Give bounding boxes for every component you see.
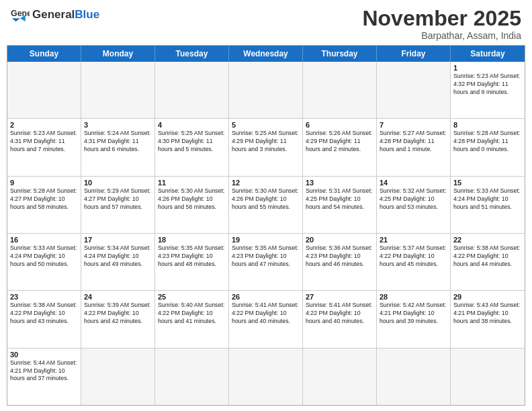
col-header-friday: Friday: [377, 46, 451, 62]
day-number: 15: [453, 179, 522, 187]
cell-info: Sunrise: 5:28 AM Sunset: 4:28 PM Dayligh…: [453, 130, 522, 154]
cell-info: Sunrise: 5:24 AM Sunset: 4:31 PM Dayligh…: [84, 130, 152, 154]
calendar-cell: 28Sunrise: 5:42 AM Sunset: 4:21 PM Dayli…: [377, 291, 451, 347]
day-number: 29: [453, 293, 522, 301]
calendar-cell: [155, 349, 229, 405]
day-number: 11: [158, 179, 226, 187]
column-headers: SundayMondayTuesdayWednesdayThursdayFrid…: [7, 46, 525, 62]
calendar-cell: [303, 349, 377, 405]
calendar-row: 30Sunrise: 5:44 AM Sunset: 4:21 PM Dayli…: [7, 349, 525, 405]
logo-general: General: [32, 8, 75, 21]
day-number: 30: [10, 351, 78, 359]
day-number: 16: [10, 236, 78, 244]
cell-info: Sunrise: 5:33 AM Sunset: 4:24 PM Dayligh…: [453, 187, 522, 212]
col-header-saturday: Saturday: [451, 46, 525, 62]
day-number: 5: [232, 121, 300, 129]
day-number: 7: [380, 121, 447, 129]
day-number: 18: [158, 236, 226, 244]
calendar-cell: [451, 349, 525, 405]
calendar-cell: [81, 62, 155, 118]
day-number: 21: [380, 236, 447, 244]
calendar-cell: 18Sunrise: 5:35 AM Sunset: 4:23 PM Dayli…: [155, 234, 229, 290]
location: Barpathar, Assam, India: [362, 30, 521, 41]
day-number: 24: [84, 293, 152, 301]
cell-info: Sunrise: 5:44 AM Sunset: 4:21 PM Dayligh…: [10, 359, 78, 383]
day-number: 27: [306, 293, 373, 301]
header: General GeneralBlue November 2025 Barpat…: [0, 0, 532, 45]
cell-info: Sunrise: 5:41 AM Sunset: 4:22 PM Dayligh…: [232, 302, 300, 326]
cell-info: Sunrise: 5:39 AM Sunset: 4:22 PM Dayligh…: [84, 302, 152, 326]
calendar-row: 9Sunrise: 5:28 AM Sunset: 4:27 PM Daylig…: [7, 177, 525, 234]
day-number: 2: [10, 121, 78, 129]
calendar-cell: 19Sunrise: 5:35 AM Sunset: 4:23 PM Dayli…: [229, 234, 303, 290]
cell-info: Sunrise: 5:36 AM Sunset: 4:23 PM Dayligh…: [306, 244, 373, 269]
calendar-cell: 7Sunrise: 5:27 AM Sunset: 4:28 PM Daylig…: [377, 119, 451, 175]
generalblue-logo-icon: General: [11, 7, 30, 21]
calendar-cell: 21Sunrise: 5:37 AM Sunset: 4:22 PM Dayli…: [377, 234, 451, 290]
day-number: 10: [84, 179, 152, 187]
day-number: 14: [380, 179, 447, 187]
cell-info: Sunrise: 5:35 AM Sunset: 4:23 PM Dayligh…: [158, 244, 226, 269]
month-title: November 2025: [362, 7, 521, 30]
calendar-cell: [155, 62, 229, 118]
calendar-cell: 30Sunrise: 5:44 AM Sunset: 4:21 PM Dayli…: [7, 349, 81, 405]
calendar-cell: 25Sunrise: 5:40 AM Sunset: 4:22 PM Dayli…: [155, 291, 229, 347]
col-header-sunday: Sunday: [7, 46, 81, 62]
title-block: November 2025 Barpathar, Assam, India: [362, 7, 521, 41]
day-number: 3: [84, 121, 152, 129]
calendar-cell: [377, 62, 451, 118]
calendar-cell: 16Sunrise: 5:33 AM Sunset: 4:24 PM Dayli…: [7, 234, 81, 290]
day-number: 25: [158, 293, 226, 301]
cell-info: Sunrise: 5:40 AM Sunset: 4:22 PM Dayligh…: [158, 302, 226, 326]
cell-info: Sunrise: 5:37 AM Sunset: 4:22 PM Dayligh…: [380, 244, 447, 269]
page: General GeneralBlue November 2025 Barpat…: [0, 0, 532, 411]
cell-info: Sunrise: 5:35 AM Sunset: 4:23 PM Dayligh…: [232, 244, 300, 269]
calendar-cell: 11Sunrise: 5:30 AM Sunset: 4:26 PM Dayli…: [155, 177, 229, 233]
calendar-cell: 27Sunrise: 5:41 AM Sunset: 4:22 PM Dayli…: [303, 291, 377, 347]
calendar-cell: 17Sunrise: 5:34 AM Sunset: 4:24 PM Dayli…: [81, 234, 155, 290]
cell-info: Sunrise: 5:30 AM Sunset: 4:26 PM Dayligh…: [158, 187, 226, 212]
calendar-row: 1Sunrise: 5:23 AM Sunset: 4:32 PM Daylig…: [7, 62, 525, 119]
day-number: 23: [10, 293, 78, 301]
calendar-cell: 20Sunrise: 5:36 AM Sunset: 4:23 PM Dayli…: [303, 234, 377, 290]
calendar-cell: 6Sunrise: 5:26 AM Sunset: 4:29 PM Daylig…: [303, 119, 377, 175]
cell-info: Sunrise: 5:23 AM Sunset: 4:32 PM Dayligh…: [453, 73, 522, 97]
calendar-cell: [7, 62, 81, 118]
cell-info: Sunrise: 5:29 AM Sunset: 4:27 PM Dayligh…: [84, 187, 152, 212]
day-number: 13: [306, 179, 373, 187]
day-number: 8: [453, 121, 522, 129]
cell-info: Sunrise: 5:38 AM Sunset: 4:22 PM Dayligh…: [10, 302, 78, 326]
calendar-cell: 4Sunrise: 5:25 AM Sunset: 4:30 PM Daylig…: [155, 119, 229, 175]
col-header-tuesday: Tuesday: [155, 46, 229, 62]
cell-info: Sunrise: 5:42 AM Sunset: 4:21 PM Dayligh…: [380, 302, 447, 326]
logo: General GeneralBlue: [11, 7, 99, 21]
calendar-cell: [229, 349, 303, 405]
calendar-cell: 1Sunrise: 5:23 AM Sunset: 4:32 PM Daylig…: [451, 62, 525, 118]
day-number: 4: [158, 121, 226, 129]
cell-info: Sunrise: 5:43 AM Sunset: 4:21 PM Dayligh…: [453, 302, 522, 326]
cell-info: Sunrise: 5:38 AM Sunset: 4:22 PM Dayligh…: [453, 244, 522, 269]
cell-info: Sunrise: 5:23 AM Sunset: 4:31 PM Dayligh…: [10, 130, 78, 154]
calendar-cell: 9Sunrise: 5:28 AM Sunset: 4:27 PM Daylig…: [7, 177, 81, 233]
svg-marker-1: [12, 18, 20, 21]
calendar-cell: 15Sunrise: 5:33 AM Sunset: 4:24 PM Dayli…: [451, 177, 525, 233]
calendar-cell: [303, 62, 377, 118]
calendar-cell: 8Sunrise: 5:28 AM Sunset: 4:28 PM Daylig…: [451, 119, 525, 175]
calendar-row: 23Sunrise: 5:38 AM Sunset: 4:22 PM Dayli…: [7, 291, 525, 348]
cell-info: Sunrise: 5:31 AM Sunset: 4:25 PM Dayligh…: [306, 187, 373, 212]
cell-info: Sunrise: 5:27 AM Sunset: 4:28 PM Dayligh…: [380, 130, 447, 154]
day-number: 26: [232, 293, 300, 301]
cell-info: Sunrise: 5:25 AM Sunset: 4:29 PM Dayligh…: [232, 130, 300, 154]
calendar-cell: 5Sunrise: 5:25 AM Sunset: 4:29 PM Daylig…: [229, 119, 303, 175]
cell-info: Sunrise: 5:33 AM Sunset: 4:24 PM Dayligh…: [10, 244, 78, 269]
cell-info: Sunrise: 5:30 AM Sunset: 4:26 PM Dayligh…: [232, 187, 300, 212]
calendar-cell: 3Sunrise: 5:24 AM Sunset: 4:31 PM Daylig…: [81, 119, 155, 175]
svg-text:General: General: [11, 9, 30, 18]
cell-info: Sunrise: 5:26 AM Sunset: 4:29 PM Dayligh…: [306, 130, 373, 154]
cell-info: Sunrise: 5:41 AM Sunset: 4:22 PM Dayligh…: [306, 302, 373, 326]
calendar-cell: [229, 62, 303, 118]
calendar-cell: 12Sunrise: 5:30 AM Sunset: 4:26 PM Dayli…: [229, 177, 303, 233]
calendar-row: 16Sunrise: 5:33 AM Sunset: 4:24 PM Dayli…: [7, 234, 525, 291]
day-number: 28: [380, 293, 447, 301]
cell-info: Sunrise: 5:25 AM Sunset: 4:30 PM Dayligh…: [158, 130, 226, 154]
